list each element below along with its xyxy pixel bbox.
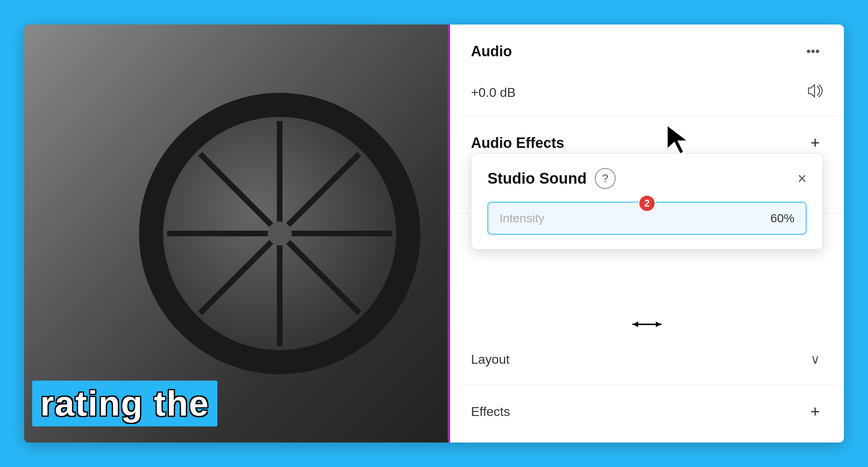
plus-icon: + bbox=[811, 134, 820, 152]
badge-2: 2 bbox=[638, 195, 656, 212]
svg-marker-9 bbox=[656, 322, 661, 327]
popup-help-button[interactable]: ? bbox=[595, 168, 616, 189]
spoke bbox=[198, 231, 282, 315]
intensity-wrapper: Intensity 60% 2 bbox=[487, 202, 807, 235]
audio-effects-title: Audio Effects bbox=[471, 135, 564, 152]
resize-cursor-icon bbox=[631, 318, 663, 330]
video-panel: rating the bbox=[24, 25, 450, 442]
layout-expand-button[interactable]: ∨ bbox=[807, 348, 823, 370]
help-icon: ? bbox=[602, 172, 608, 185]
spoke bbox=[278, 231, 361, 315]
add-effect-button[interactable]: + bbox=[807, 399, 823, 424]
subtitle: rating the bbox=[32, 381, 217, 426]
svg-marker-8 bbox=[633, 322, 638, 327]
audio-section: Audio ••• +0.0 dB bbox=[450, 25, 844, 116]
audio-more-options-button[interactable]: ••• bbox=[803, 41, 823, 62]
popup-title: Studio Sound bbox=[487, 170, 587, 187]
properties-panel: Audio ••• +0.0 dB bbox=[450, 25, 844, 442]
spoke bbox=[167, 231, 280, 236]
spoke bbox=[198, 152, 282, 236]
db-row: +0.0 dB bbox=[471, 74, 823, 116]
audio-header: Audio ••• bbox=[471, 25, 823, 74]
popup-header: Studio Sound ? × bbox=[487, 168, 807, 189]
effects-section: Effects + bbox=[450, 385, 844, 438]
audio-title: Audio bbox=[471, 43, 512, 60]
audio-actions: ••• bbox=[803, 41, 823, 62]
spoke bbox=[277, 121, 283, 234]
studio-sound-popup: Studio Sound ? × Intensity 60% 2 bbox=[471, 153, 823, 250]
main-container: rating the Audio ••• +0.0 dB bbox=[24, 25, 844, 442]
spoke bbox=[277, 234, 283, 346]
three-dots-icon: ••• bbox=[806, 44, 820, 59]
resize-cursor bbox=[631, 316, 663, 334]
intensity-label: Intensity bbox=[500, 211, 762, 225]
spoke bbox=[280, 231, 392, 236]
spoke bbox=[278, 152, 361, 236]
chevron-down-icon: ∨ bbox=[811, 352, 820, 367]
effects-label: Effects bbox=[471, 404, 510, 419]
close-icon: × bbox=[798, 170, 807, 187]
intensity-value: 60% bbox=[770, 211, 794, 225]
popup-close-button[interactable]: × bbox=[798, 171, 807, 186]
popup-title-group: Studio Sound ? bbox=[487, 168, 616, 189]
add-audio-effect-button[interactable]: + bbox=[807, 131, 823, 155]
video-background bbox=[24, 25, 450, 442]
db-value: +0.0 dB bbox=[471, 85, 516, 100]
add-effect-icon: + bbox=[811, 403, 820, 421]
gym-wheel bbox=[139, 93, 420, 374]
layout-section: Layout ∨ bbox=[450, 334, 844, 385]
layout-label: Layout bbox=[471, 352, 510, 367]
speaker-icon bbox=[807, 84, 823, 101]
